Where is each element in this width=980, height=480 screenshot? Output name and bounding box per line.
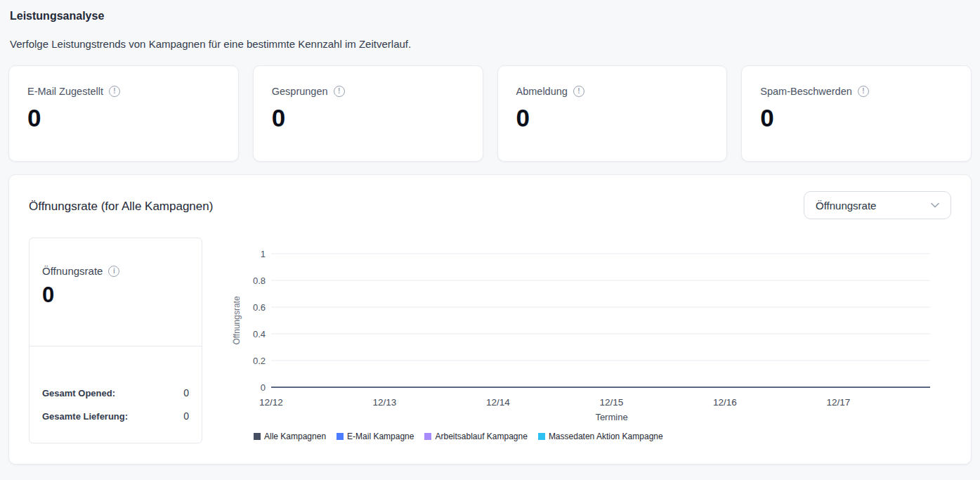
legend-swatch-icon — [538, 433, 545, 440]
page-title: Leistungsanalyse — [8, 10, 972, 22]
performance-analysis-page: Leistungsanalyse Verfolge Leistungstrend… — [0, 0, 980, 465]
stat-value: 0 — [272, 104, 464, 132]
stat-value: 0 — [516, 104, 709, 132]
svg-text:Öffnungsrate: Öffnungsrate — [233, 296, 242, 344]
open-rate-summary-panel: Öffnungsrate i 0 Gesamt Opened: 0 Gesamt… — [29, 238, 202, 443]
legend-label: Massedaten Aktion Kampagne — [549, 432, 663, 441]
summary-row-total-delivery: Gesamte Lieferung: 0 — [42, 410, 189, 422]
legend-label: Arbeitsablauf Kampagne — [435, 432, 527, 441]
svg-text:12/12: 12/12 — [259, 397, 283, 408]
summary-row-value: 0 — [183, 410, 189, 422]
stat-label: E-Mail Zugestellt — [27, 86, 103, 97]
legend-swatch-icon — [424, 433, 431, 440]
summary-metric-value: 0 — [42, 283, 189, 308]
info-circle-icon[interactable]: i — [108, 266, 119, 277]
metric-selector-value: Öffnungsrate — [816, 200, 876, 212]
summary-row-total-opened: Gesamt Opened: 0 — [42, 387, 189, 398]
stat-card-bounced: Gesprungen ! 0 — [253, 65, 483, 162]
stat-value: 0 — [27, 104, 220, 132]
summary-metric-label: Öffnungsrate — [42, 265, 103, 277]
summary-row-label: Gesamt Opened: — [42, 388, 115, 398]
svg-text:0: 0 — [261, 382, 266, 393]
stat-card-spam-complaints: Spam-Beschwerden ! 0 — [741, 65, 972, 162]
svg-text:0.8: 0.8 — [253, 275, 266, 286]
stat-card-unsubscribed: Abmeldung ! 0 — [497, 65, 728, 162]
legend-item[interactable]: Alle Kampagnen — [254, 432, 326, 441]
svg-text:12/15: 12/15 — [600, 397, 624, 408]
summary-row-value: 0 — [183, 387, 189, 398]
legend-swatch-icon — [337, 433, 344, 440]
legend-label: E-Mail Kampagne — [347, 432, 414, 441]
svg-text:0.4: 0.4 — [253, 329, 266, 339]
chevron-down-icon — [931, 202, 939, 208]
legend-item[interactable]: E-Mail Kampagne — [337, 432, 414, 441]
legend-item[interactable]: Arbeitsablauf Kampagne — [424, 432, 527, 441]
stat-value: 0 — [760, 104, 953, 132]
legend-item[interactable]: Massedaten Aktion Kampagne — [538, 432, 663, 441]
page-subtitle: Verfolge Leistungstrends von Kampagnen f… — [8, 38, 972, 50]
line-chart-plot: 00.20.40.60.81Öffnungsrate12/1212/1312/1… — [233, 238, 930, 426]
legend-label: Alle Kampagnen — [264, 432, 326, 441]
svg-text:12/14: 12/14 — [486, 397, 510, 408]
exclamation-circle-icon[interactable]: ! — [573, 86, 584, 97]
svg-text:Termine: Termine — [595, 412, 627, 422]
stat-label: Gesprungen — [272, 86, 328, 97]
stat-label: Abmeldung — [516, 86, 568, 97]
metric-selector-dropdown[interactable]: Öffnungsrate — [804, 191, 951, 219]
chart-title: Öffnungsrate (for Alle Kampagnen) — [29, 200, 213, 214]
chart-legend: Alle KampagnenE-Mail KampagneArbeitsabla… — [254, 432, 951, 441]
svg-text:1: 1 — [261, 249, 266, 259]
svg-text:12/17: 12/17 — [827, 397, 851, 408]
stat-card-email-delivered: E-Mail Zugestellt ! 0 — [8, 65, 239, 162]
line-chart: 00.20.40.60.81Öffnungsrate12/1212/1312/1… — [233, 238, 951, 443]
summary-row-label: Gesamte Lieferung: — [42, 411, 128, 422]
stat-card-row: E-Mail Zugestellt ! 0 Gesprungen ! 0 Abm… — [8, 65, 972, 162]
svg-text:12/13: 12/13 — [373, 397, 397, 408]
open-rate-chart-card: Öffnungsrate (for Alle Kampagnen) Öffnun… — [8, 174, 972, 465]
exclamation-circle-icon[interactable]: ! — [334, 86, 345, 97]
stat-label: Spam-Beschwerden — [760, 86, 852, 97]
svg-text:0.2: 0.2 — [253, 356, 266, 366]
exclamation-circle-icon[interactable]: ! — [109, 86, 120, 97]
legend-swatch-icon — [254, 433, 261, 440]
svg-text:0.6: 0.6 — [253, 302, 266, 313]
svg-text:12/16: 12/16 — [713, 397, 737, 408]
exclamation-circle-icon[interactable]: ! — [858, 86, 869, 97]
